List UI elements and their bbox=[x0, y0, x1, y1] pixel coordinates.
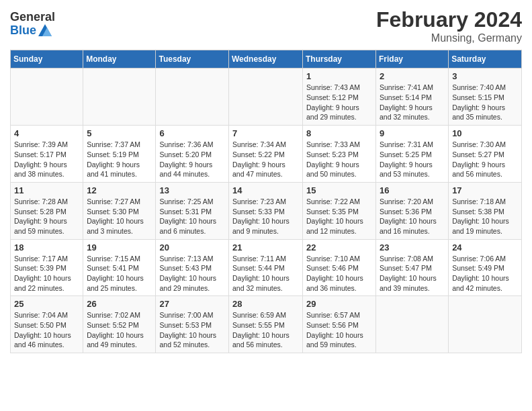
header-sunday: Sunday bbox=[11, 50, 83, 68]
day-number: 21 bbox=[232, 242, 299, 253]
calendar-cell bbox=[376, 296, 449, 353]
calendar-cell bbox=[229, 68, 303, 126]
logo: General Blue bbox=[10, 11, 55, 38]
header-wednesday: Wednesday bbox=[229, 50, 303, 68]
calendar-cell: 12Sunrise: 7:27 AMSunset: 5:30 PMDayligh… bbox=[83, 182, 156, 239]
calendar-cell: 28Sunrise: 6:59 AMSunset: 5:55 PMDayligh… bbox=[229, 296, 303, 353]
calendar-cell: 26Sunrise: 7:02 AMSunset: 5:52 PMDayligh… bbox=[83, 296, 156, 353]
day-number: 24 bbox=[452, 242, 518, 253]
day-info: Sunrise: 7:30 AMSunset: 5:27 PMDaylight:… bbox=[452, 140, 518, 179]
day-number: 25 bbox=[14, 299, 79, 309]
day-info: Sunrise: 7:25 AMSunset: 5:31 PMDaylight:… bbox=[159, 197, 225, 236]
calendar-cell: 22Sunrise: 7:10 AMSunset: 5:46 PMDayligh… bbox=[303, 239, 376, 296]
day-info: Sunrise: 7:04 AMSunset: 5:50 PMDaylight:… bbox=[14, 310, 79, 350]
day-info: Sunrise: 7:06 AMSunset: 5:49 PMDaylight:… bbox=[452, 254, 518, 293]
calendar-cell: 29Sunrise: 6:57 AMSunset: 5:56 PMDayligh… bbox=[303, 296, 376, 353]
calendar-week-row: 25Sunrise: 7:04 AMSunset: 5:50 PMDayligh… bbox=[11, 296, 522, 353]
header-tuesday: Tuesday bbox=[156, 50, 229, 68]
day-number: 20 bbox=[159, 242, 225, 253]
calendar-cell: 27Sunrise: 7:00 AMSunset: 5:53 PMDayligh… bbox=[156, 296, 229, 353]
day-number: 22 bbox=[306, 242, 372, 253]
day-info: Sunrise: 7:22 AMSunset: 5:35 PMDaylight:… bbox=[306, 197, 372, 236]
day-info: Sunrise: 7:20 AMSunset: 5:36 PMDaylight:… bbox=[380, 197, 445, 236]
calendar-cell bbox=[11, 68, 83, 126]
calendar-week-row: 4Sunrise: 7:39 AMSunset: 5:17 PMDaylight… bbox=[11, 126, 522, 183]
day-number: 29 bbox=[306, 299, 372, 309]
day-info: Sunrise: 7:27 AMSunset: 5:30 PMDaylight:… bbox=[87, 197, 152, 236]
calendar-cell: 19Sunrise: 7:15 AMSunset: 5:41 PMDayligh… bbox=[83, 239, 156, 296]
day-info: Sunrise: 6:57 AMSunset: 5:56 PMDaylight:… bbox=[306, 310, 372, 350]
day-info: Sunrise: 7:10 AMSunset: 5:46 PMDaylight:… bbox=[306, 254, 372, 293]
day-info: Sunrise: 7:39 AMSunset: 5:17 PMDaylight:… bbox=[14, 140, 79, 179]
calendar-table: SundayMondayTuesdayWednesdayThursdayFrid… bbox=[10, 50, 522, 353]
logo-blue-text: Blue bbox=[10, 24, 36, 38]
day-info: Sunrise: 7:41 AMSunset: 5:14 PMDaylight:… bbox=[380, 83, 445, 122]
day-number: 4 bbox=[14, 128, 79, 138]
calendar-cell bbox=[156, 68, 229, 126]
calendar-cell: 14Sunrise: 7:23 AMSunset: 5:33 PMDayligh… bbox=[229, 182, 303, 239]
month-year-title: February 2024 bbox=[376, 7, 522, 32]
day-number: 17 bbox=[452, 185, 518, 195]
day-number: 23 bbox=[380, 242, 445, 253]
calendar-cell: 20Sunrise: 7:13 AMSunset: 5:43 PMDayligh… bbox=[156, 239, 229, 296]
calendar-cell: 18Sunrise: 7:17 AMSunset: 5:39 PMDayligh… bbox=[11, 239, 83, 296]
calendar-week-row: 1Sunrise: 7:43 AMSunset: 5:12 PMDaylight… bbox=[11, 68, 522, 126]
calendar-cell: 25Sunrise: 7:04 AMSunset: 5:50 PMDayligh… bbox=[11, 296, 83, 353]
day-number: 2 bbox=[380, 71, 445, 81]
calendar-week-row: 18Sunrise: 7:17 AMSunset: 5:39 PMDayligh… bbox=[11, 239, 522, 296]
day-number: 12 bbox=[87, 185, 152, 195]
calendar-cell: 4Sunrise: 7:39 AMSunset: 5:17 PMDaylight… bbox=[11, 126, 83, 183]
day-info: Sunrise: 7:37 AMSunset: 5:19 PMDaylight:… bbox=[87, 140, 152, 179]
calendar-cell: 6Sunrise: 7:36 AMSunset: 5:20 PMDaylight… bbox=[156, 126, 229, 183]
day-info: Sunrise: 7:08 AMSunset: 5:47 PMDaylight:… bbox=[380, 254, 445, 293]
day-info: Sunrise: 7:11 AMSunset: 5:44 PMDaylight:… bbox=[232, 254, 299, 293]
title-area: February 2024 Munsing, Germany bbox=[376, 7, 522, 44]
day-number: 1 bbox=[306, 71, 372, 81]
day-number: 11 bbox=[14, 185, 79, 195]
day-number: 6 bbox=[159, 128, 225, 138]
day-number: 18 bbox=[14, 242, 79, 253]
day-number: 7 bbox=[232, 128, 299, 138]
day-number: 10 bbox=[452, 128, 518, 138]
calendar-cell: 9Sunrise: 7:31 AMSunset: 5:25 PMDaylight… bbox=[376, 126, 449, 183]
header-saturday: Saturday bbox=[449, 50, 522, 68]
day-number: 28 bbox=[232, 299, 299, 309]
day-info: Sunrise: 7:33 AMSunset: 5:23 PMDaylight:… bbox=[306, 140, 372, 179]
day-info: Sunrise: 7:13 AMSunset: 5:43 PMDaylight:… bbox=[159, 254, 225, 293]
calendar-cell: 13Sunrise: 7:25 AMSunset: 5:31 PMDayligh… bbox=[156, 182, 229, 239]
day-number: 8 bbox=[306, 128, 372, 138]
day-number: 15 bbox=[306, 185, 372, 195]
day-number: 16 bbox=[380, 185, 445, 195]
day-number: 19 bbox=[87, 242, 152, 253]
calendar-cell: 7Sunrise: 7:34 AMSunset: 5:22 PMDaylight… bbox=[229, 126, 303, 183]
logo-general-text: General bbox=[10, 11, 55, 24]
location-subtitle: Munsing, Germany bbox=[376, 32, 522, 44]
day-number: 9 bbox=[380, 128, 445, 138]
day-number: 26 bbox=[87, 299, 152, 309]
calendar-cell: 10Sunrise: 7:30 AMSunset: 5:27 PMDayligh… bbox=[449, 126, 522, 183]
day-info: Sunrise: 7:28 AMSunset: 5:28 PMDaylight:… bbox=[14, 197, 79, 236]
day-number: 3 bbox=[452, 71, 518, 81]
day-info: Sunrise: 7:36 AMSunset: 5:20 PMDaylight:… bbox=[159, 140, 225, 179]
calendar-cell: 23Sunrise: 7:08 AMSunset: 5:47 PMDayligh… bbox=[376, 239, 449, 296]
calendar-cell: 21Sunrise: 7:11 AMSunset: 5:44 PMDayligh… bbox=[229, 239, 303, 296]
day-info: Sunrise: 7:34 AMSunset: 5:22 PMDaylight:… bbox=[232, 140, 299, 179]
calendar-week-row: 11Sunrise: 7:28 AMSunset: 5:28 PMDayligh… bbox=[11, 182, 522, 239]
day-number: 13 bbox=[159, 185, 225, 195]
page-header: General Blue February 2024 Munsing, Germ… bbox=[10, 7, 522, 44]
calendar-cell: 15Sunrise: 7:22 AMSunset: 5:35 PMDayligh… bbox=[303, 182, 376, 239]
calendar-cell: 1Sunrise: 7:43 AMSunset: 5:12 PMDaylight… bbox=[303, 68, 376, 126]
calendar-cell: 24Sunrise: 7:06 AMSunset: 5:49 PMDayligh… bbox=[449, 239, 522, 296]
day-info: Sunrise: 7:43 AMSunset: 5:12 PMDaylight:… bbox=[306, 83, 372, 122]
calendar-cell: 5Sunrise: 7:37 AMSunset: 5:19 PMDaylight… bbox=[83, 126, 156, 183]
day-info: Sunrise: 7:15 AMSunset: 5:41 PMDaylight:… bbox=[87, 254, 152, 293]
calendar-cell: 17Sunrise: 7:18 AMSunset: 5:38 PMDayligh… bbox=[449, 182, 522, 239]
calendar-cell bbox=[449, 296, 522, 353]
calendar-cell: 8Sunrise: 7:33 AMSunset: 5:23 PMDaylight… bbox=[303, 126, 376, 183]
day-info: Sunrise: 7:31 AMSunset: 5:25 PMDaylight:… bbox=[380, 140, 445, 179]
day-number: 14 bbox=[232, 185, 299, 195]
day-info: Sunrise: 6:59 AMSunset: 5:55 PMDaylight:… bbox=[232, 310, 299, 350]
header-thursday: Thursday bbox=[303, 50, 376, 68]
day-info: Sunrise: 7:00 AMSunset: 5:53 PMDaylight:… bbox=[159, 310, 225, 350]
day-info: Sunrise: 7:02 AMSunset: 5:52 PMDaylight:… bbox=[87, 310, 152, 350]
